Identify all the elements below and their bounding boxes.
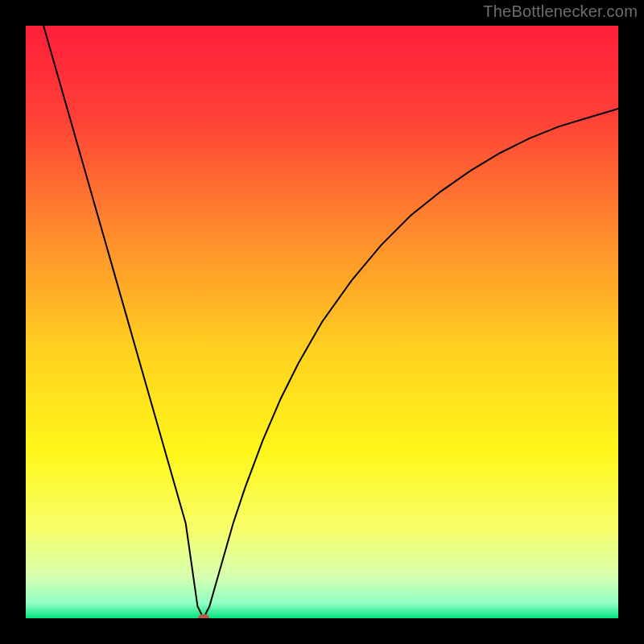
svg-rect-0 (26, 26, 618, 618)
background-gradient (26, 26, 618, 618)
chart-frame: TheBottlenecker.com (0, 0, 644, 644)
plot-area (26, 26, 618, 618)
watermark-text: TheBottlenecker.com (483, 2, 638, 21)
